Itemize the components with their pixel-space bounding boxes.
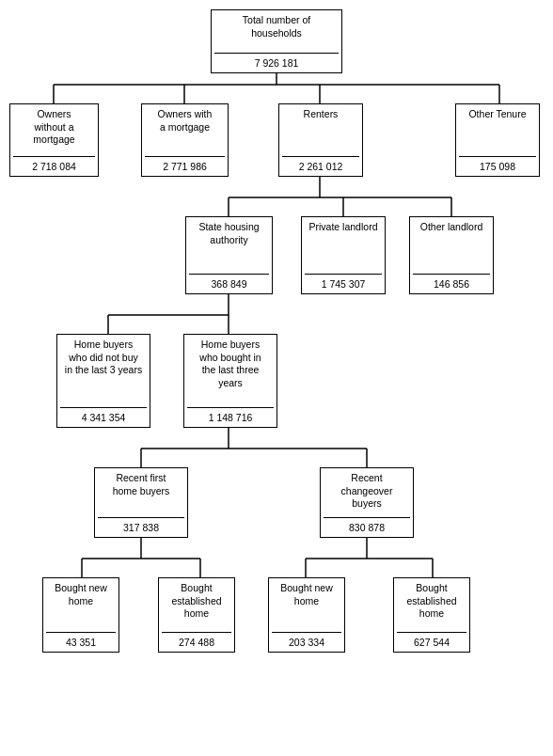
node-home-buyers-no: Home buyers who did not buy in the last … xyxy=(56,334,150,428)
node-renters: Renters 2 261 012 xyxy=(278,103,363,177)
diagram: Total number of households 7 926 181 Own… xyxy=(0,0,553,19)
node-owners-no-mortgage: Owners without a mortgage 2 718 084 xyxy=(9,103,99,177)
node-bought-new-change: Bought new home 203 334 xyxy=(268,577,345,653)
node-recent-first: Recent first home buyers 317 838 xyxy=(94,467,188,538)
node-total: Total number of households 7 926 181 xyxy=(211,9,342,73)
node-owners-mortgage: Owners with a mortgage 2 771 986 xyxy=(141,103,229,177)
node-other-landlord: Other landlord 146 856 xyxy=(409,216,494,294)
node-recent-changeover: Recent changeover buyers 830 878 xyxy=(320,467,414,538)
node-state-housing: State housing authority 368 849 xyxy=(185,216,273,294)
node-bought-established-change: Bought established home 627 544 xyxy=(393,577,470,653)
node-home-buyers-yes: Home buyers who bought in the last three… xyxy=(183,334,277,428)
node-private-landlord: Private landlord 1 745 307 xyxy=(301,216,386,294)
node-bought-established-first: Bought established home 274 488 xyxy=(158,577,235,653)
node-other-tenure: Other Tenure 175 098 xyxy=(455,103,540,177)
node-bought-new-first: Bought new home 43 351 xyxy=(42,577,119,653)
